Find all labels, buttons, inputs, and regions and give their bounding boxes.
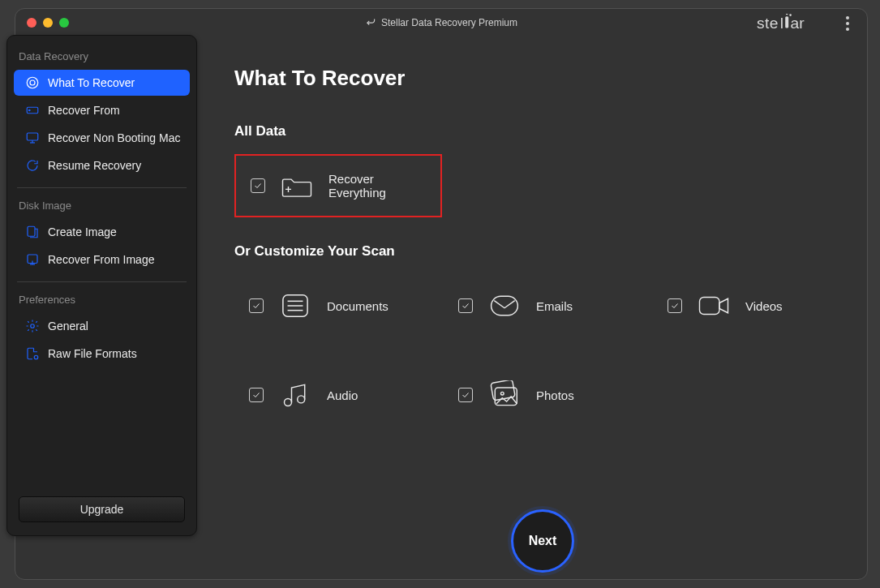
sidebar-item-resume-recovery[interactable]: Resume Recovery: [14, 152, 190, 178]
sidebar-divider: [17, 281, 187, 282]
sidebar: Data Recovery What To Recover Recover Fr…: [6, 35, 197, 536]
emails-checkbox[interactable]: [458, 298, 473, 313]
documents-checkbox[interactable]: [249, 298, 264, 313]
upgrade-button-label: Upgrade: [80, 503, 124, 516]
sidebar-section-disk-image: Disk Image: [7, 196, 196, 218]
sidebar-item-label: Resume Recovery: [48, 159, 141, 172]
emails-label: Emails: [536, 299, 573, 313]
sidebar-section-data-recovery: Data Recovery: [7, 47, 196, 69]
sidebar-item-create-image[interactable]: Create Image: [14, 219, 190, 245]
window-controls: [27, 18, 69, 28]
svg-rect-13: [700, 298, 720, 315]
svg-rect-12: [492, 296, 518, 315]
minimize-button[interactable]: [43, 18, 53, 28]
sidebar-divider: [17, 187, 187, 188]
upgrade-button[interactable]: Upgrade: [19, 496, 185, 522]
content-area: What To Recover All Data Recover Everyth…: [234, 66, 851, 563]
sidebar-item-label: Recover From Image: [48, 253, 154, 266]
sidebar-item-recover-non-booting[interactable]: Recover Non Booting Mac: [14, 125, 190, 151]
svg-rect-23: [27, 133, 38, 140]
audio-label: Audio: [327, 388, 358, 402]
svg-rect-2: [785, 16, 788, 28]
videos-label: Videos: [745, 299, 783, 313]
audio-option[interactable]: Audio: [234, 363, 442, 427]
sidebar-section-preferences: Preferences: [7, 290, 196, 312]
sidebar-item-general[interactable]: General: [14, 313, 190, 339]
photos-icon: [487, 380, 522, 410]
svg-point-19: [27, 77, 38, 88]
window-title-text: Stellar Data Recovery Premium: [381, 17, 517, 28]
recover-everything-option[interactable]: Recover Everything: [234, 154, 442, 217]
svg-point-22: [29, 109, 31, 111]
svg-text:ar: ar: [791, 15, 805, 32]
svg-point-14: [285, 399, 292, 406]
svg-point-28: [31, 324, 35, 328]
monitor-icon: [25, 131, 40, 145]
all-data-heading: All Data: [234, 123, 851, 139]
svg-point-20: [30, 80, 35, 85]
brand-logo: stelar: [757, 14, 828, 36]
svg-text:ste: ste: [757, 15, 779, 32]
page-title: What To Recover: [234, 66, 851, 91]
sidebar-item-what-to-recover[interactable]: What To Recover: [14, 70, 190, 96]
photos-label: Photos: [536, 388, 574, 402]
svg-point-15: [298, 396, 305, 403]
file-settings-icon: [25, 346, 40, 361]
sidebar-item-recover-from-image[interactable]: Recover From Image: [14, 247, 190, 273]
drive-icon: [25, 103, 40, 118]
documents-label: Documents: [327, 299, 388, 313]
zoom-button[interactable]: [59, 18, 69, 28]
videos-checkbox[interactable]: [668, 298, 682, 313]
svg-rect-18: [491, 380, 515, 401]
recover-image-icon: [25, 252, 40, 267]
svg-text:l: l: [780, 15, 783, 32]
sidebar-item-recover-from[interactable]: Recover From: [14, 97, 190, 123]
svg-rect-26: [28, 226, 35, 236]
emails-option[interactable]: Emails: [444, 274, 651, 337]
sidebar-item-label: Recover From: [48, 104, 120, 117]
photos-option[interactable]: Photos: [444, 363, 651, 427]
sidebar-item-label: Raw File Formats: [48, 347, 137, 360]
folder-plus-icon: [280, 171, 314, 200]
titlebar: Stellar Data Recovery Premium stelar: [15, 9, 867, 36]
sidebar-item-label: Create Image: [48, 225, 117, 238]
photos-checkbox[interactable]: [458, 388, 473, 402]
next-button-label: Next: [529, 534, 557, 548]
next-button[interactable]: Next: [511, 509, 574, 573]
documents-option[interactable]: Documents: [234, 274, 442, 337]
documents-icon: [278, 291, 312, 320]
svg-point-29: [34, 355, 38, 359]
svg-point-17: [501, 392, 504, 395]
sidebar-item-raw-file-formats[interactable]: Raw File Formats: [14, 341, 190, 367]
videos-option[interactable]: Videos: [653, 274, 861, 337]
sidebar-item-label: Recover Non Booting Mac: [48, 131, 180, 144]
svg-point-3: [786, 14, 788, 15]
audio-checkbox[interactable]: [249, 388, 264, 402]
sidebar-item-label: General: [48, 320, 88, 333]
menu-button[interactable]: [839, 15, 856, 32]
disk-image-icon: [25, 225, 40, 239]
audio-icon: [278, 380, 312, 410]
emails-icon: [487, 291, 522, 320]
close-button[interactable]: [27, 18, 36, 28]
gear-icon: [25, 319, 40, 333]
videos-icon: [697, 291, 731, 320]
customize-heading: Or Customize Your Scan: [234, 243, 851, 260]
refresh-icon: [25, 158, 40, 173]
target-icon: [25, 75, 40, 90]
window-title: Stellar Data Recovery Premium: [365, 16, 517, 30]
back-icon[interactable]: [365, 16, 376, 30]
recover-everything-label: Recover Everything: [328, 172, 426, 200]
sidebar-item-label: What To Recover: [48, 76, 135, 89]
recover-everything-checkbox[interactable]: [251, 178, 265, 193]
